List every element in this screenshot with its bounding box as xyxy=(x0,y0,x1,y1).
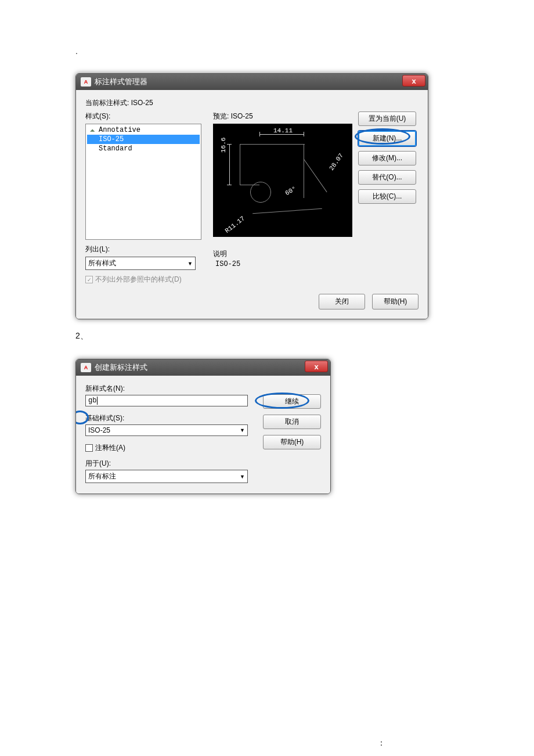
select-value: 所有样式 xyxy=(88,258,116,268)
continue-button[interactable]: 继续 xyxy=(263,394,321,409)
styles-label: 样式(S): xyxy=(85,111,213,121)
cancel-button[interactable]: 取消 xyxy=(263,415,321,429)
description-label: 说明 xyxy=(213,249,358,259)
colon-marker: ： xyxy=(377,738,459,748)
close-button[interactable]: 关闭 xyxy=(319,294,365,309)
chevron-down-icon: ▼ xyxy=(240,474,245,480)
titlebar[interactable]: A 创建新标注样式 x xyxy=(76,359,330,376)
preview-canvas: 14.11 16.6 28.07 60° R11.17 xyxy=(213,124,352,237)
list-item[interactable]: ISO-25 xyxy=(87,135,200,144)
styles-listbox[interactable]: ⏶ Annotative ISO-25 Standard xyxy=(85,124,201,240)
checkbox-label: 不列出外部参照中的样式(D) xyxy=(95,275,182,285)
preview-label: 预览: ISO-25 xyxy=(213,111,358,121)
select-value: 所有标注 xyxy=(88,471,116,481)
dim-radius: R11.17 xyxy=(224,215,247,235)
annotative-icon: ⏶ xyxy=(89,127,96,134)
description-text: ISO-25 xyxy=(213,260,358,268)
list-item[interactable]: ⏶ Annotative xyxy=(87,125,200,135)
dialog-body: 新样式名(N): gb 基础样式(S): ISO-25 ▼ 注释性(A) xyxy=(76,376,330,494)
list-item-label: ISO-25 xyxy=(99,135,124,143)
annotative-checkbox[interactable] xyxy=(85,444,93,452)
set-current-button[interactable]: 置为当前(U) xyxy=(358,111,416,126)
list-item[interactable]: Standard xyxy=(87,144,200,153)
list-filter-select[interactable]: 所有样式 ▼ xyxy=(85,257,196,270)
dim-diag: 28.07 xyxy=(328,152,345,172)
dimstyle-manager-dialog: A 标注样式管理器 x 当前标注样式: ISO-25 样式(S): ⏶ Anno… xyxy=(75,73,428,319)
dim-left: 16.6 xyxy=(220,138,227,153)
app-icon: A xyxy=(81,77,91,87)
new-button[interactable]: 新建(N)... xyxy=(358,131,416,146)
dim-angle: 60° xyxy=(284,185,297,197)
list-item-label: Annotative xyxy=(99,126,140,134)
list-item-label: Standard xyxy=(99,145,132,153)
select-value: ISO-25 xyxy=(88,426,110,434)
chevron-down-icon: ▼ xyxy=(240,427,245,433)
dim-top: 14.11 xyxy=(273,127,293,134)
chevron-down-icon: ▼ xyxy=(187,261,193,267)
page-dot: . xyxy=(75,46,459,56)
override-button[interactable]: 替代(O)... xyxy=(358,170,416,185)
close-icon[interactable]: x xyxy=(305,361,328,372)
step-number: 2、 xyxy=(75,331,459,341)
current-style-label: 当前标注样式: ISO-25 xyxy=(85,98,418,108)
modify-button[interactable]: 修改(M)... xyxy=(358,151,416,165)
help-button[interactable]: 帮助(H) xyxy=(263,435,321,449)
dialog-title: 创建新标注样式 xyxy=(95,362,147,373)
titlebar[interactable]: A 标注样式管理器 x xyxy=(76,74,428,90)
xref-checkbox[interactable]: ✓ xyxy=(85,276,93,283)
base-style-label: 基础样式(S): xyxy=(85,413,263,423)
dialog-body: 当前标注样式: ISO-25 样式(S): ⏶ Annotative ISO-2… xyxy=(76,90,428,319)
close-icon[interactable]: x xyxy=(402,75,425,87)
compare-button[interactable]: 比较(C)... xyxy=(358,189,416,204)
app-icon: A xyxy=(81,363,91,372)
base-style-select[interactable]: ISO-25 ▼ xyxy=(85,424,248,436)
use-for-select[interactable]: 所有标注 ▼ xyxy=(85,470,248,483)
new-dimstyle-dialog: A 创建新标注样式 x 新样式名(N): gb 基础样式(S): ISO-25 … xyxy=(75,359,331,494)
use-for-label: 用于(U): xyxy=(85,459,263,469)
input-value: gb xyxy=(88,397,96,405)
dialog-title: 标注样式管理器 xyxy=(95,77,147,87)
help-button[interactable]: 帮助(H) xyxy=(372,294,418,309)
annotative-label: 注释性(A) xyxy=(95,443,125,453)
list-label: 列出(L): xyxy=(85,244,213,254)
new-name-input[interactable]: gb xyxy=(85,395,248,406)
checkbox-row: ✓ 不列出外部参照中的样式(D) xyxy=(85,275,213,285)
new-name-label: 新样式名(N): xyxy=(85,384,263,394)
